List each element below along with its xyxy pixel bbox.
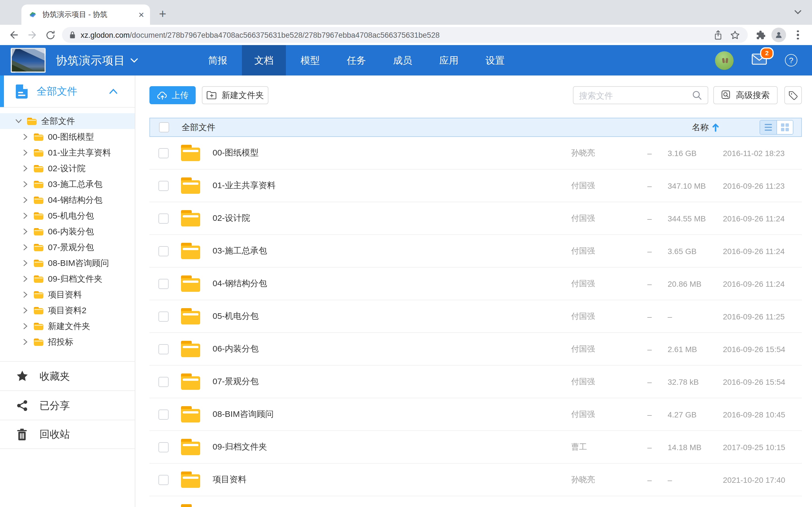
table-row[interactable] <box>149 496 802 507</box>
file-name[interactable]: 04-钢结构分包 <box>213 278 571 289</box>
sort-control[interactable]: 名称 <box>692 122 719 133</box>
chevron-right-icon[interactable] <box>21 181 29 187</box>
search-icon[interactable] <box>692 90 702 100</box>
tree-item[interactable]: 09-归档文件夹 <box>0 271 135 287</box>
tag-button[interactable] <box>784 86 802 104</box>
table-row[interactable]: 01-业主共享资料 付国强 – 347.10 MB 2016-09-26 11:… <box>149 170 802 202</box>
nav-tab[interactable]: 设置 <box>473 45 517 75</box>
tree-item[interactable]: 07-景观分包 <box>0 239 135 255</box>
file-name[interactable]: 01-业主共享资料 <box>213 180 571 191</box>
file-name[interactable]: 08-BIM咨询顾问 <box>213 409 571 420</box>
tree-root-all-files[interactable]: 全部文件 <box>0 113 135 129</box>
sidebar-item-recycle-bin[interactable]: 回收站 <box>0 420 135 449</box>
chevron-up-icon[interactable] <box>109 89 118 94</box>
nav-tab[interactable]: 任务 <box>335 45 378 75</box>
chevron-right-icon[interactable] <box>21 228 29 235</box>
browser-menu-icon[interactable] <box>792 29 804 41</box>
tab-close-icon[interactable]: ✕ <box>138 10 144 19</box>
row-checkbox[interactable] <box>158 180 168 191</box>
nav-tab[interactable]: 简报 <box>196 45 240 75</box>
chevron-right-icon[interactable] <box>21 212 29 219</box>
chevron-right-icon[interactable] <box>21 149 29 156</box>
row-checkbox[interactable] <box>158 377 168 387</box>
tree-item[interactable]: 项目资料 <box>0 287 135 302</box>
grid-view-button[interactable] <box>776 121 793 134</box>
browser-tab[interactable]: 协筑演示项目 - 协筑 ✕ <box>21 4 150 25</box>
nav-tab[interactable]: 文档 <box>242 45 286 75</box>
nav-tab[interactable]: 应用 <box>427 45 471 75</box>
file-name[interactable]: 00-图纸模型 <box>213 148 571 158</box>
table-row[interactable]: 09-归档文件夹 曹工 – 14.18 MB 2017-09-25 10:15 <box>149 431 802 464</box>
tree-item[interactable]: 招投标 <box>0 334 135 350</box>
chevron-right-icon[interactable] <box>21 307 29 314</box>
table-row[interactable]: 03-施工总承包 付国强 – 3.65 GB 2016-09-26 11:24 <box>149 235 802 268</box>
tree-item[interactable]: 03-施工总承包 <box>0 176 135 192</box>
search-input[interactable] <box>579 91 692 100</box>
forward-icon[interactable] <box>26 29 38 41</box>
table-row[interactable]: 00-图纸模型 孙晓亮 – 3.16 GB 2016-11-02 18:23 <box>149 137 802 170</box>
file-name[interactable]: 06-内装分包 <box>213 344 571 354</box>
tree-item[interactable]: 项目资料2 <box>0 302 135 318</box>
table-row[interactable]: 07-景观分包 付国强 – 32.78 kB 2016-09-26 15:54 <box>149 365 802 398</box>
chevron-right-icon[interactable] <box>21 133 29 140</box>
user-avatar[interactable] <box>715 51 733 69</box>
row-checkbox[interactable] <box>158 442 168 452</box>
chevron-right-icon[interactable] <box>21 276 29 282</box>
file-name[interactable]: 07-景观分包 <box>213 376 571 387</box>
chevron-right-icon[interactable] <box>21 196 29 203</box>
table-row[interactable]: 项目资料 孙晓亮 – – 2021-10-20 17:40 <box>149 464 802 496</box>
tree-item[interactable]: 01-业主共享资料 <box>0 145 135 161</box>
row-checkbox[interactable] <box>158 409 168 419</box>
row-checkbox[interactable] <box>158 148 168 158</box>
share-icon[interactable] <box>712 29 724 41</box>
row-checkbox[interactable] <box>158 474 168 485</box>
new-tab-button[interactable]: + <box>159 8 166 20</box>
chevron-right-icon[interactable] <box>21 244 29 251</box>
upload-button[interactable]: 上传 <box>149 86 196 104</box>
help-icon[interactable]: ? <box>785 54 797 66</box>
row-checkbox[interactable] <box>158 246 168 256</box>
sidebar-item-shared[interactable]: 已分享 <box>0 390 135 420</box>
select-all-checkbox[interactable] <box>159 122 169 132</box>
bookmark-star-icon[interactable] <box>728 29 741 41</box>
tree-item[interactable]: 04-钢结构分包 <box>0 192 135 208</box>
list-view-button[interactable] <box>760 121 776 134</box>
chevron-right-icon[interactable] <box>21 260 29 267</box>
file-name[interactable]: 09-归档文件夹 <box>213 442 571 452</box>
table-row[interactable]: 08-BIM咨询顾问 付国强 – 4.27 GB 2016-09-28 10:4… <box>149 398 802 431</box>
sidebar-item-favorites[interactable]: 收藏夹 <box>0 361 135 390</box>
row-checkbox[interactable] <box>158 344 168 354</box>
nav-tab[interactable]: 成员 <box>380 45 424 75</box>
table-row[interactable]: 05-机电分包 付国强 – – 2016-09-26 11:25 <box>149 300 802 333</box>
file-name[interactable]: 02-设计院 <box>213 213 571 224</box>
browser-profile-icon[interactable] <box>771 27 786 42</box>
chevron-down-icon[interactable] <box>15 119 22 123</box>
chevron-right-icon[interactable] <box>21 291 29 298</box>
tree-item[interactable]: 05-机电分包 <box>0 208 135 224</box>
nav-tab[interactable]: 模型 <box>288 45 332 75</box>
row-checkbox[interactable] <box>158 279 168 289</box>
sidebar-section-all-files[interactable]: 全部文件 <box>0 75 135 108</box>
notifications-button[interactable]: 2 <box>752 54 767 67</box>
tree-item[interactable]: 02-设计院 <box>0 161 135 176</box>
file-name[interactable]: 05-机电分包 <box>213 311 571 322</box>
row-checkbox[interactable] <box>158 213 168 223</box>
row-checkbox[interactable] <box>158 311 168 321</box>
chevron-right-icon[interactable] <box>21 165 29 172</box>
file-name[interactable]: 03-施工总承包 <box>213 245 571 256</box>
table-row[interactable]: 06-内装分包 付国强 – 2.61 MB 2016-09-26 15:54 <box>149 333 802 365</box>
table-row[interactable]: 04-钢结构分包 付国强 – 20.86 MB 2016-09-26 11:24 <box>149 268 802 300</box>
file-name[interactable]: 项目资料 <box>213 474 571 485</box>
back-icon[interactable] <box>8 29 20 41</box>
url-bar[interactable]: xz.glodon.com/document/278b7967ebba4708a… <box>62 27 748 43</box>
reload-icon[interactable] <box>44 29 56 41</box>
extensions-puzzle-icon[interactable] <box>753 29 766 41</box>
table-row[interactable]: 02-设计院 付国强 – 344.55 MB 2016-09-26 11:24 <box>149 202 802 235</box>
tree-item[interactable]: 08-BIM咨询顾问 <box>0 255 135 271</box>
tab-search-chevron-icon[interactable] <box>794 9 802 15</box>
project-switcher[interactable]: 协筑演示项目 <box>56 53 138 68</box>
new-folder-button[interactable]: 新建文件夹 <box>202 86 268 104</box>
chevron-right-icon[interactable] <box>21 323 29 330</box>
tree-item[interactable]: 06-内装分包 <box>0 224 135 239</box>
tree-item[interactable]: 新建文件夹 <box>0 318 135 334</box>
